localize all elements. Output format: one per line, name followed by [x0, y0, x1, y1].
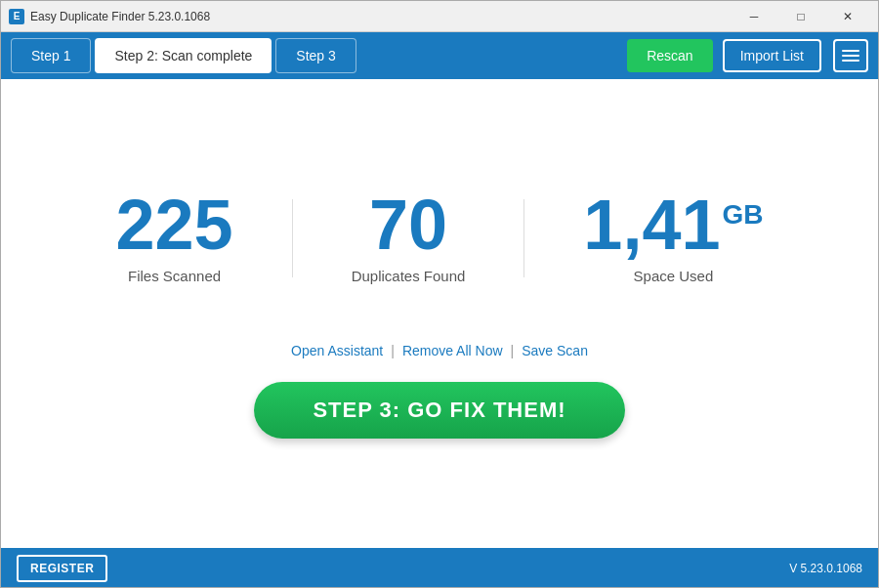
footer: REGISTER V 5.23.0.1068	[1, 548, 878, 588]
tab-step1[interactable]: Step 1	[11, 38, 91, 73]
stats-row: 225 Files Scanned 70 Duplicates Found 1,…	[115, 189, 763, 284]
files-scanned-label: Files Scanned	[128, 268, 221, 284]
action-links: Open Assistant | Remove All Now | Save S…	[291, 343, 588, 358]
separator-1: |	[391, 343, 395, 358]
menu-line-3	[842, 60, 859, 62]
window-controls: ─ □ ✕	[732, 5, 870, 28]
space-used-stat: 1,41 GB Space Used	[583, 189, 763, 284]
hamburger-menu-button[interactable]	[833, 39, 868, 72]
files-scanned-value: 225	[115, 189, 232, 260]
title-bar: E Easy Duplicate Finder 5.23.0.1068 ─ □ …	[1, 1, 878, 32]
space-used-unit: GB	[723, 201, 764, 229]
stat-divider-2	[523, 199, 524, 277]
tab-step3[interactable]: Step 3	[275, 38, 356, 73]
space-used-label: Space Used	[634, 268, 714, 284]
stat-divider-1	[292, 199, 293, 277]
files-scanned-stat: 225 Files Scanned	[115, 189, 232, 284]
space-used-number-unit: 1,41 GB	[583, 189, 763, 260]
rescan-button[interactable]: Rescan	[627, 39, 712, 72]
duplicates-found-label: Duplicates Found	[352, 268, 466, 284]
import-list-button[interactable]: Import List	[723, 39, 821, 72]
save-scan-link[interactable]: Save Scan	[522, 343, 588, 358]
tab-step2[interactable]: Step 2: Scan complete	[95, 38, 272, 73]
menu-line-1	[842, 50, 859, 52]
menu-line-2	[842, 55, 859, 57]
close-button[interactable]: ✕	[825, 5, 870, 28]
maximize-button[interactable]: □	[778, 5, 823, 28]
minimize-button[interactable]: ─	[732, 5, 776, 28]
duplicates-found-value: 70	[369, 189, 447, 260]
space-used-value: 1,41	[583, 189, 720, 260]
separator-2: |	[511, 343, 515, 358]
nav-bar: Step 1 Step 2: Scan complete Step 3 Resc…	[1, 32, 878, 79]
app-icon: E	[9, 9, 24, 24]
step3-go-fix-button[interactable]: STEP 3: GO FIX THEM!	[254, 382, 624, 439]
app-title: Easy Duplicate Finder 5.23.0.1068	[30, 10, 732, 23]
version-label: V 5.23.0.1068	[789, 562, 862, 575]
remove-all-now-link[interactable]: Remove All Now	[402, 343, 503, 358]
register-button[interactable]: REGISTER	[17, 555, 107, 582]
open-assistant-link[interactable]: Open Assistant	[291, 343, 383, 358]
main-content: 225 Files Scanned 70 Duplicates Found 1,…	[1, 79, 878, 548]
duplicates-found-stat: 70 Duplicates Found	[352, 189, 466, 284]
